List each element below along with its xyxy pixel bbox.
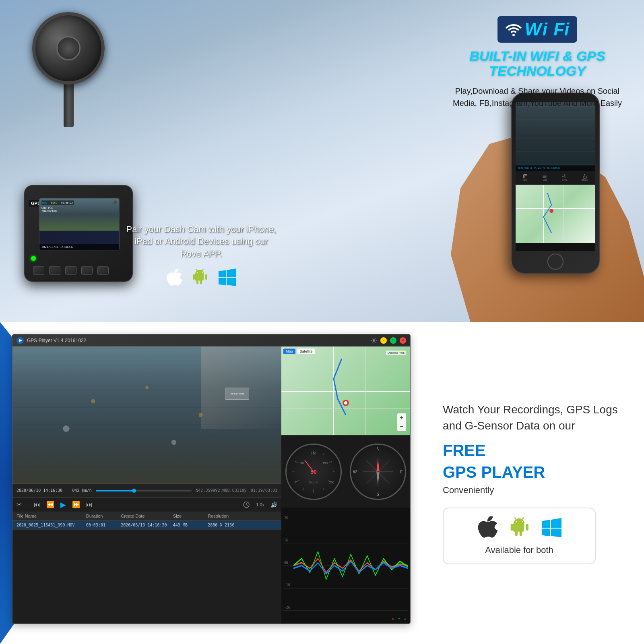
compass-west: W: [353, 469, 357, 474]
platform-android-icon: [510, 517, 530, 539]
gsensor-area: 2G 1G 0G -1G -2G: [281, 508, 410, 623]
playback-speed[interactable]: 1.0x: [256, 502, 264, 507]
maximize-button[interactable]: □: [390, 337, 396, 344]
svg-rect-0: [524, 175, 527, 178]
compass: N S E W: [346, 436, 410, 508]
platform-icons: [477, 516, 561, 539]
timestamp-value: 2020/06/10 14:16:30: [17, 488, 62, 493]
svg-marker-34: [376, 458, 380, 472]
player-main: Pat La Frieda 2020/06/10 14:16:30 042 km…: [12, 347, 410, 623]
file-duration-cell: 00:03:01: [86, 523, 121, 527]
dashcam-body: GPS WDR WIFI 00:00:22 UHD P303840X2160 🎥: [24, 185, 133, 282]
mount-arm: [64, 78, 74, 127]
gsensor-label-0g: 0G: [284, 561, 288, 565]
fi-text: Fi: [549, 19, 569, 39]
wifi-badge: Wi Fi: [497, 16, 578, 43]
compass-needle-svg: [359, 453, 397, 491]
table-row[interactable]: 2020_0625_115431_099.MOV 00:03:01 2020/0…: [12, 521, 281, 530]
svg-text:0: 0: [295, 480, 296, 484]
gsensor-legend: X Y Z: [392, 617, 406, 621]
gsensor-z-label: Z: [404, 617, 406, 621]
file-date-cell: 2020/06/10 14:16:30: [121, 523, 173, 527]
platform-windows-icon: [542, 518, 561, 537]
player-video-area: Pat La Frieda 2020/06/10 14:16:30 042 km…: [12, 347, 281, 623]
play-button[interactable]: ▶: [60, 500, 66, 509]
map-panel: Map Satellite: [281, 347, 410, 435]
close-button[interactable]: ✕: [400, 337, 406, 344]
svg-line-14: [328, 461, 332, 463]
map-zoom-out[interactable]: −: [397, 422, 406, 431]
svg-text:50: 50: [300, 461, 303, 464]
gps-player-window: GPS Player V1.4 20191022 − □ ✕: [12, 334, 411, 624]
dashcam-buttons: [33, 266, 109, 275]
svg-text:150: 150: [322, 461, 328, 464]
player-controls-buttons: ✂ ⏮ ⏪ ▶ ⏩ ⏭ 1.0x 🔊: [12, 497, 281, 512]
minimize-button[interactable]: −: [380, 337, 387, 344]
player-title: GPS Player V1.4 20191022: [27, 338, 371, 343]
gauge-area: 0 50 100 150 200 50 km/h: [281, 435, 410, 508]
settings-icon[interactable]: [371, 337, 377, 344]
bottom-section: GPS Player V1.4 20191022 − □ ✕: [0, 322, 644, 644]
hand-with-phone: 2021/10/11 15:46:77 00:80KM/H Clip: [443, 72, 644, 322]
file-name-cell: 2020_0625_115431_099.MOV: [17, 523, 86, 527]
apple-icon: [166, 269, 182, 289]
fast-forward-button[interactable]: ⏩: [72, 501, 80, 508]
pair-text-area: Pair your Dash Cam with your iPhone, iPa…: [125, 223, 278, 290]
wifi-section: Wi Fi BUILT-IN WIFI & GPS TECHNOLOGY Pla…: [447, 16, 628, 109]
speed-value: 042 km/h: [72, 488, 91, 493]
dashcam-screen-info: 2021/10/11 15:46:17: [39, 244, 119, 250]
right-info-panel: Watch Your Recordings, GPS Logs and G-Se…: [423, 322, 644, 644]
compass-circle: N S E W: [350, 444, 406, 500]
svg-point-4: [564, 176, 565, 177]
dashcam-screen-content: WDR WIFI 00:00:22 UHD P303840X2160 🎥: [39, 198, 119, 231]
dashcam-btn-down[interactable]: [81, 266, 93, 275]
info-conveniently: Conveniently: [443, 485, 624, 495]
progress-bar[interactable]: [96, 490, 192, 491]
top-section: GPS WDR WIFI 00:00:22 UHD P303840X2160 🎥: [0, 0, 644, 322]
svg-text:50 km/h: 50 km/h: [309, 481, 318, 483]
gps-player-area: GPS Player V1.4 20191022 − □ ✕: [0, 322, 423, 644]
gsensor-label-minus2g: -2G: [284, 606, 290, 609]
info-accent-gps: GPS PLAYER: [443, 463, 624, 481]
suction-cup: [32, 12, 105, 85]
svg-point-8: [373, 339, 375, 342]
player-controls-bar: 2020/06/10 14:16:30 042 km/h N42.359992,…: [12, 483, 281, 497]
col-size: Size: [173, 514, 208, 518]
next-button[interactable]: ⏭: [86, 501, 93, 508]
col-duration: Duration: [86, 514, 121, 518]
phone-mockup: 2021/10/11 15:46:77 00:80KM/H Clip: [511, 93, 604, 278]
dashcam-screen: WDR WIFI 00:00:22 UHD P303840X2160 🎥 202…: [39, 198, 120, 250]
android-icon: [192, 268, 208, 290]
windows-icon: [219, 268, 236, 290]
col-filename: File Name: [17, 514, 86, 518]
suction-cup-inner: [56, 36, 80, 60]
player-video-display: Pat La Frieda: [12, 347, 281, 483]
svg-point-5: [549, 209, 553, 213]
dashcam-btn-ok[interactable]: [33, 266, 44, 275]
svg-line-19: [303, 488, 304, 490]
prev-button[interactable]: ⏮: [34, 501, 40, 508]
dashcam-btn-menu[interactable]: [49, 266, 60, 275]
col-date: Create Date: [121, 514, 173, 518]
rewind-button[interactable]: ⏪: [46, 501, 54, 508]
volume-icon[interactable]: 🔊: [270, 502, 277, 508]
wifi-title: BUILT-IN WIFI & GPS TECHNOLOGY: [447, 49, 628, 79]
gsensor-x-label: X: [392, 617, 394, 621]
wifi-text: Wi: [525, 19, 549, 39]
player-window-controls: − □ ✕: [371, 337, 406, 344]
trim-button[interactable]: ✂: [17, 501, 22, 508]
info-title: Watch Your Recordings, GPS Logs and G-Se…: [443, 402, 624, 433]
dashcam-btn-up[interactable]: [65, 266, 76, 275]
speedometer-circle: 0 50 100 150 200 50 km/h: [285, 444, 342, 500]
app-icons: [125, 268, 278, 290]
map-zoom-in[interactable]: +: [397, 413, 406, 422]
dashcam-btn-mode[interactable]: [97, 266, 109, 275]
progress-thumb[interactable]: [132, 489, 136, 493]
compass-south: S: [377, 492, 380, 497]
platform-apple-icon: [477, 516, 498, 539]
svg-text:100: 100: [311, 452, 316, 455]
svg-line-17: [323, 488, 324, 490]
pair-description: Pair your Dash Cam with your iPhone, iPa…: [125, 223, 278, 260]
player-timestamp: 2020/06/10 14:16:30 042 km/h: [17, 488, 92, 493]
compass-north: N: [376, 447, 379, 451]
